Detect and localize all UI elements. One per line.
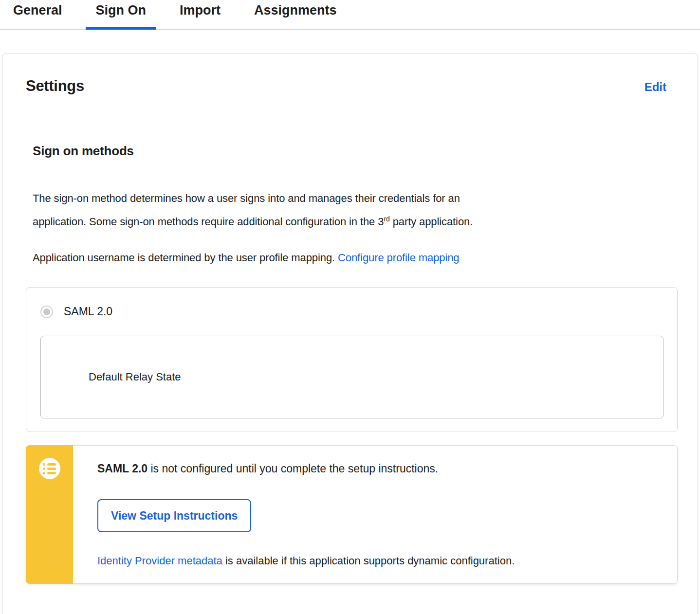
- tab-assignments[interactable]: Assignments: [244, 0, 347, 29]
- saml-radio-dot: [43, 308, 50, 315]
- callout-message: SAML 2.0 is not configured until you com…: [97, 461, 658, 476]
- sign-on-method-description: The sign-on method determines how a user…: [33, 187, 677, 234]
- list-icon-dot: [43, 468, 45, 470]
- list-icon-bar: [47, 463, 56, 466]
- identity-provider-metadata-link[interactable]: Identity Provider metadata: [97, 555, 222, 567]
- settings-card-header: Settings Edit: [2, 54, 698, 95]
- list-icon-dot: [43, 472, 45, 474]
- app-tab-bar: General Sign On Import Assignments: [0, 0, 700, 30]
- callout-message-rest: is not configured until you complete the…: [147, 462, 438, 475]
- tab-sign-on[interactable]: Sign On: [86, 0, 157, 29]
- list-icon-row: [43, 468, 56, 470]
- callout-accent-strip: [26, 445, 73, 584]
- description-line2-before-sup: application. Some sign-on methods requir…: [33, 216, 384, 228]
- saml-setup-callout: SAML 2.0 is not configured until you com…: [26, 445, 678, 584]
- metadata-line-rest: is available if this application support…: [222, 555, 515, 567]
- sign-on-boxes: SAML 2.0 Default Relay State: [2, 287, 698, 584]
- username-mapping-static-text: Application username is determined by th…: [33, 252, 338, 264]
- description-line1: The sign-on method determines how a user…: [33, 192, 460, 204]
- settings-card: Settings Edit Sign on methods The sign-o…: [2, 54, 698, 614]
- list-icon-bar: [47, 468, 56, 470]
- list-icon: [39, 458, 60, 479]
- callout-message-bold: SAML 2.0: [97, 462, 147, 475]
- default-relay-state-label: Default Relay State: [89, 371, 181, 383]
- description-line2-after-sup: party application.: [390, 216, 473, 228]
- saml-radio-row: SAML 2.0: [40, 305, 663, 318]
- page-title: Settings: [26, 77, 84, 95]
- callout-body: SAML 2.0 is not configured until you com…: [73, 445, 678, 584]
- metadata-line: Identity Provider metadata is available …: [97, 554, 658, 568]
- saml-radio[interactable]: [40, 306, 53, 318]
- sign-on-methods-section: Sign on methods The sign-on method deter…: [2, 144, 698, 270]
- saml-option-box: SAML 2.0 Default Relay State: [26, 287, 678, 432]
- configure-profile-mapping-link[interactable]: Configure profile mapping: [338, 252, 459, 264]
- list-icon-dot: [43, 463, 45, 466]
- view-setup-instructions-button[interactable]: View Setup Instructions: [97, 499, 251, 532]
- ordinal-superscript: rd: [384, 215, 389, 223]
- tab-general[interactable]: General: [3, 0, 73, 29]
- default-relay-state-box: Default Relay State: [40, 336, 663, 418]
- list-icon-row: [43, 463, 56, 466]
- sign-on-methods-heading: Sign on methods: [33, 144, 677, 159]
- list-icon-row: [43, 472, 56, 474]
- edit-link[interactable]: Edit: [645, 80, 666, 94]
- tab-import[interactable]: Import: [169, 0, 231, 29]
- username-mapping-text: Application username is determined by th…: [33, 246, 677, 270]
- saml-radio-label: SAML 2.0: [64, 305, 112, 318]
- list-icon-bar: [47, 472, 56, 474]
